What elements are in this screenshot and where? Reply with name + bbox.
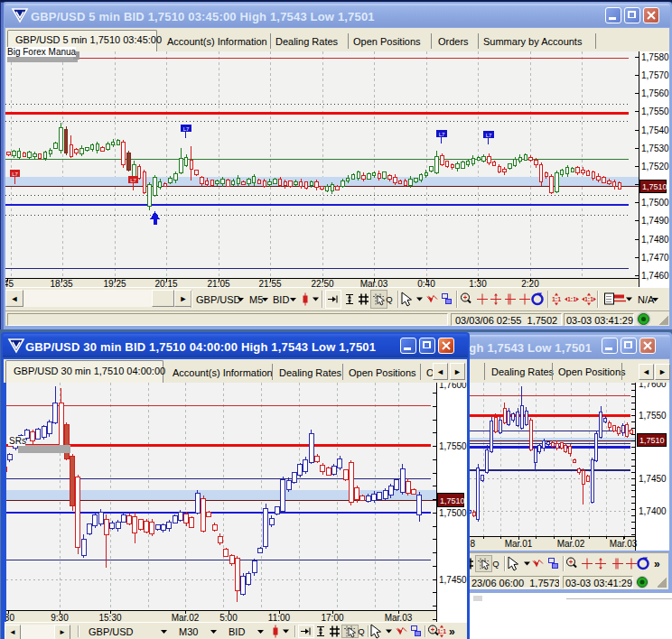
svg-text:»: » [449, 625, 455, 638]
svg-text:M30: M30 [179, 626, 198, 637]
svg-text:1,7550: 1,7550 [639, 411, 667, 421]
svg-text:9:30: 9:30 [51, 613, 69, 623]
svg-text:1,7560: 1,7560 [641, 88, 669, 98]
svg-text:L7: L7 [183, 126, 190, 132]
svg-text:1,7400: 1,7400 [639, 506, 667, 516]
svg-text:20:15: 20:15 [154, 279, 177, 288]
svg-text:1,7550: 1,7550 [439, 441, 467, 451]
svg-text::45: :45 [5, 279, 14, 288]
svg-text:Mar.01: Mar.01 [505, 539, 533, 549]
svg-text:1,7500: 1,7500 [641, 198, 669, 208]
svg-text:17:00: 17:00 [321, 613, 343, 623]
svg-text:GBP/USD: GBP/USD [196, 294, 241, 305]
svg-text:1,7480: 1,7480 [641, 235, 669, 245]
svg-text:1:1: 1:1 [437, 628, 446, 634]
svg-text:BID: BID [273, 294, 289, 305]
svg-text:Mar.02: Mar.02 [172, 613, 200, 623]
svg-text:21:55: 21:55 [258, 279, 281, 288]
svg-text:Q: Q [358, 626, 364, 636]
svg-text:1:30: 1:30 [469, 279, 487, 288]
svg-text:BID: BID [229, 626, 245, 637]
svg-text:Mar.03: Mar.03 [610, 539, 638, 549]
svg-text:1:1: 1:1 [567, 296, 576, 302]
svg-text:Q: Q [386, 294, 392, 304]
svg-text:L7: L7 [12, 171, 18, 177]
svg-text:1,7570: 1,7570 [641, 70, 669, 80]
svg-text:Mar.02: Mar.02 [557, 539, 585, 549]
svg-text::30: :30 [6, 613, 14, 623]
svg-text:1,7460: 1,7460 [641, 271, 669, 281]
svg-text:1,7510: 1,7510 [642, 182, 667, 191]
svg-text:1,7470: 1,7470 [641, 253, 669, 263]
svg-text:1,7600: 1,7600 [439, 383, 467, 390]
svg-text:Q: Q [492, 559, 499, 569]
svg-text:1,7600: 1,7600 [639, 383, 667, 389]
svg-text:1:1: 1:1 [584, 296, 593, 302]
svg-text:GBP/USD: GBP/USD [89, 626, 134, 637]
svg-text:1,7450: 1,7450 [439, 575, 467, 585]
svg-text:19:25: 19:25 [103, 279, 126, 288]
svg-text:1,7550: 1,7550 [641, 106, 669, 116]
svg-text:1,7450: 1,7450 [639, 474, 667, 484]
svg-text:SRs: SRs [9, 436, 26, 446]
svg-text:L7: L7 [439, 132, 445, 137]
svg-text:M5: M5 [249, 294, 263, 305]
svg-text:Mar.03: Mar.03 [385, 613, 413, 623]
svg-text:N/A: N/A [638, 294, 655, 305]
svg-text:1,7540: 1,7540 [641, 125, 669, 135]
svg-text:1,7520: 1,7520 [641, 162, 669, 171]
svg-text:0:40: 0:40 [417, 279, 435, 288]
svg-text:1,7500: 1,7500 [439, 508, 467, 518]
svg-text:1:1: 1:1 [552, 296, 561, 302]
svg-text:2:20: 2:20 [521, 279, 539, 288]
svg-text:5:00: 5:00 [219, 613, 238, 623]
svg-text:22:50: 22:50 [311, 279, 333, 288]
svg-text:15:30: 15:30 [98, 613, 121, 623]
svg-text:18:35: 18:35 [50, 279, 72, 288]
svg-text:1,7580: 1,7580 [641, 52, 669, 62]
svg-text:1,7510: 1,7510 [440, 496, 465, 505]
svg-text:1,7530: 1,7530 [641, 144, 669, 153]
svg-text:11:00: 11:00 [268, 613, 291, 623]
svg-text:21:05: 21:05 [207, 279, 229, 288]
svg-text:»: » [654, 558, 660, 570]
svg-text:1,7510: 1,7510 [639, 436, 665, 445]
svg-text:L7: L7 [486, 133, 492, 138]
svg-text:Mar.03: Mar.03 [360, 279, 388, 288]
svg-text:1,7490: 1,7490 [641, 216, 669, 226]
svg-text:L7: L7 [130, 178, 136, 183]
